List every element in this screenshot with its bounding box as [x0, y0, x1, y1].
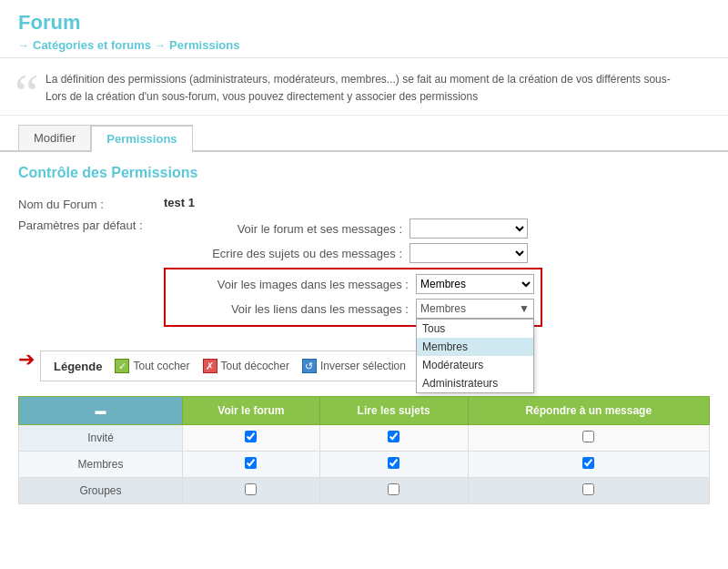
checkbox-groupes-lire[interactable]: [388, 483, 399, 495]
breadcrumb: → Catégories et forums → Permissions: [18, 38, 710, 52]
dropdown-list: Tous Membres Modérateurs Administrateurs: [416, 319, 534, 393]
cell-invite-lire[interactable]: [319, 425, 468, 452]
field-label-2: Ecrire des sujets ou des messages :: [164, 247, 410, 260]
table-row: Groupes: [19, 478, 710, 504]
row-label-groupes: Groupes: [19, 478, 183, 504]
red-arrow-icon: ➔: [18, 348, 35, 371]
checkbox-green-icon: ✓: [115, 359, 129, 373]
checkbox-membres-repondre[interactable]: [582, 457, 594, 469]
cell-invite-voir[interactable]: [183, 425, 320, 452]
checkbox-invite-repondre[interactable]: [582, 431, 594, 442]
checkbox-groupes-repondre[interactable]: [582, 483, 594, 495]
info-section: La définition des permissions (administr…: [0, 58, 728, 116]
legende-tout-cocher[interactable]: ✓ Tout cocher: [115, 359, 189, 373]
section-title: Contrôle des Permissions: [18, 165, 710, 181]
legende-title: Légende: [54, 360, 102, 373]
dropdown-option-moderateurs[interactable]: Modérateurs: [417, 356, 533, 374]
checkbox-invite-lire[interactable]: [388, 431, 399, 442]
table-header-repondre: Répondre à un message: [468, 397, 709, 425]
row-label-membres: Membres: [19, 452, 183, 478]
table-header-0: ▬: [19, 397, 183, 425]
checkbox-membres-voir[interactable]: [245, 457, 257, 469]
collapse-icon[interactable]: ▬: [96, 404, 106, 417]
row-label-invite: Invité: [19, 425, 183, 452]
field-label-4: Voir les liens dans les messages :: [172, 302, 416, 316]
legende-tout-cocher-label: Tout cocher: [133, 360, 189, 372]
parametres-label: Paramètres par défaut :: [18, 218, 164, 232]
nom-forum-label: Nom du Forum :: [18, 196, 164, 211]
legende-box: Légende ✓ Tout cocher ✗ Tout décocher ↺ …: [40, 351, 420, 381]
checkbox-invite-voir[interactable]: [245, 431, 257, 442]
cell-groupes-voir[interactable]: [183, 478, 320, 504]
dropdown-arrow-icon: ▼: [519, 302, 530, 315]
field-label-3: Voir les images dans les messages :: [172, 278, 416, 291]
dropdown-option-tous[interactable]: Tous: [417, 320, 533, 338]
cell-groupes-lire[interactable]: [319, 478, 468, 504]
cell-groupes-repondre[interactable]: [468, 478, 709, 504]
table-header-lire-sujets: Lire les sujets: [319, 397, 468, 425]
page-title: Forum: [18, 11, 710, 35]
table-header-voir-forum: Voir le forum: [183, 397, 320, 425]
dropdown-trigger[interactable]: Membres ▼: [416, 299, 534, 319]
cell-membres-lire[interactable]: [319, 452, 468, 478]
dropdown-option-administrateurs[interactable]: Administrateurs: [417, 374, 533, 392]
field-label-1: Voir le forum et ses messages :: [164, 222, 410, 236]
table-row: Membres: [19, 452, 710, 478]
permissions-table: ▬ Voir le forum Lire les sujets Répondre…: [18, 396, 710, 504]
permissions-table-section: ▬ Voir le forum Lire les sujets Répondre…: [18, 396, 710, 504]
checkbox-groupes-voir[interactable]: [245, 483, 257, 495]
table-row: Invité: [19, 425, 710, 452]
checkbox-red-icon: ✗: [203, 359, 217, 373]
info-text-1: La définition des permissions (administr…: [46, 71, 710, 88]
checkbox-membres-lire[interactable]: [388, 457, 399, 469]
select-ecrire[interactable]: Tous Membres Modérateurs Administrateurs: [410, 243, 528, 263]
breadcrumb-arrow-2: →: [155, 39, 166, 52]
cell-invite-repondre[interactable]: [468, 425, 709, 452]
checkbox-blue-icon: ↺: [302, 359, 317, 373]
legende-inverser-selection[interactable]: ↺ Inverser sélection: [302, 359, 406, 373]
cell-membres-voir[interactable]: [183, 452, 320, 478]
cell-membres-repondre[interactable]: [468, 452, 709, 478]
dropdown-option-membres[interactable]: Membres: [417, 338, 533, 356]
tab-modifier[interactable]: Modifier: [18, 125, 91, 150]
legende-tout-decocher-label: Tout décocher: [221, 360, 289, 372]
dropdown-voir-liens[interactable]: Membres ▼ Tous Membres Modérateurs Admin…: [416, 299, 534, 319]
breadcrumb-arrow-1: →: [18, 39, 29, 52]
select-voir-images[interactable]: Tous Membres Modérateurs Administrateurs: [416, 274, 534, 294]
dropdown-current-value: Membres: [420, 302, 466, 315]
breadcrumb-categories[interactable]: Catégories et forums: [33, 38, 151, 52]
breadcrumb-permissions[interactable]: Permissions: [169, 38, 239, 52]
legende-inverser-label: Inverser sélection: [320, 360, 406, 372]
legende-tout-decocher[interactable]: ✗ Tout décocher: [203, 359, 289, 373]
info-text-2: Lors de la création d'un sous-forum, vou…: [46, 88, 710, 106]
select-voir-forum[interactable]: Tous Membres Modérateurs Administrateurs: [410, 218, 528, 239]
tab-permissions[interactable]: Permissions: [91, 125, 192, 152]
tabs-bar: Modifier Permissions: [0, 116, 728, 152]
nom-forum-value: test 1: [164, 196, 195, 209]
